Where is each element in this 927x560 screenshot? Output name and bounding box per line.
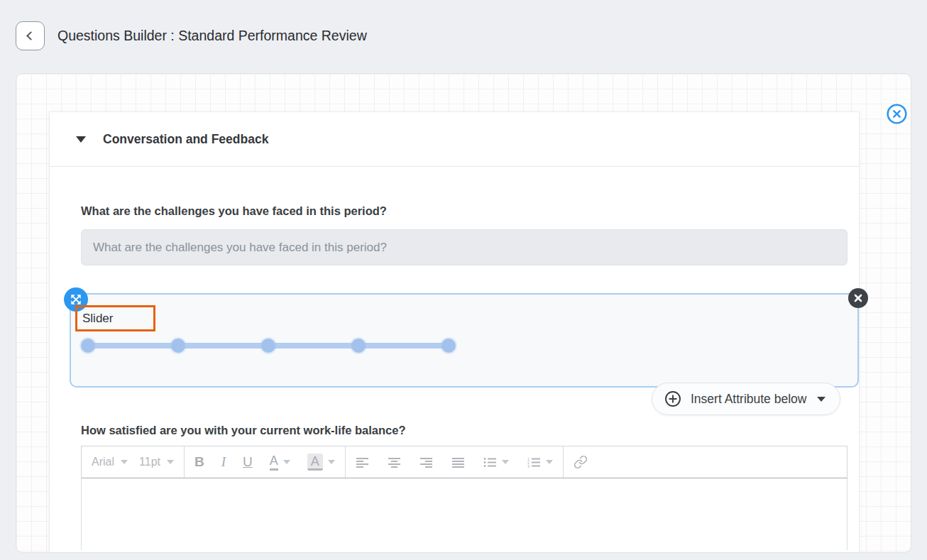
svg-text:3: 3 <box>527 464 530 468</box>
question-1: What are the challenges you have faced i… <box>81 204 828 265</box>
bold-button[interactable]: B <box>194 454 204 470</box>
align-center-button[interactable] <box>388 457 401 468</box>
link-button[interactable] <box>574 455 588 469</box>
builder-canvas: Conversation and Feedback What are the c… <box>16 73 911 553</box>
question-2: How satisfied are you with your current … <box>81 424 828 437</box>
insert-attribute-label: Insert Attribute below <box>691 392 806 407</box>
close-button[interactable] <box>887 104 907 124</box>
caret-down-icon <box>817 397 825 402</box>
close-circle-icon <box>887 104 907 124</box>
bullet-list-button[interactable] <box>483 457 497 468</box>
caret-down-icon <box>167 460 174 464</box>
slider-dot[interactable] <box>261 339 275 353</box>
slider-attribute-block[interactable]: Slider <box>70 293 859 388</box>
highlight-color-button[interactable]: A <box>307 454 323 471</box>
slider-dot[interactable] <box>171 339 185 353</box>
rich-text-editor: Arial 11pt B I U A <box>81 446 848 550</box>
caret-down-icon[interactable] <box>502 460 509 464</box>
caret-down-icon[interactable] <box>328 460 335 464</box>
font-family-select[interactable]: Arial <box>92 456 128 468</box>
editor-text-area[interactable] <box>81 478 848 550</box>
x-icon <box>854 294 862 302</box>
slider-label: Slider <box>82 312 113 326</box>
section-header[interactable]: Conversation and Feedback <box>50 112 859 167</box>
caret-down-icon[interactable] <box>283 460 290 464</box>
text-color-button[interactable]: A <box>270 454 278 471</box>
font-size-select[interactable]: 11pt <box>139 456 174 468</box>
justify-button[interactable] <box>451 457 465 468</box>
section-title: Conversation and Feedback <box>103 132 268 147</box>
align-left-button[interactable] <box>356 457 369 468</box>
slider-dot[interactable] <box>441 339 456 353</box>
question-1-label: What are the challenges you have faced i… <box>81 204 828 218</box>
caret-down-icon <box>121 460 128 464</box>
section-card: Conversation and Feedback What are the c… <box>49 111 860 553</box>
back-button[interactable] <box>16 21 45 50</box>
slider-label-selection[interactable]: Slider <box>75 305 155 331</box>
underline-button[interactable]: U <box>243 454 253 470</box>
insert-attribute-button[interactable]: Insert Attribute below <box>652 383 840 415</box>
move-arrows-icon <box>69 292 83 307</box>
italic-button[interactable]: I <box>221 454 226 470</box>
question-1-input[interactable] <box>81 229 848 265</box>
editor-toolbar: Arial 11pt B I U A <box>81 446 848 478</box>
caret-down-icon <box>76 136 86 143</box>
caret-down-icon[interactable] <box>546 460 553 464</box>
slider-dot[interactable] <box>81 339 95 353</box>
top-bar: Questions Builder : Standard Performance… <box>16 21 367 50</box>
question-2-label: How satisfied are you with your current … <box>81 424 828 437</box>
chevron-left-icon <box>26 31 35 40</box>
plus-circle-icon <box>664 390 681 407</box>
delete-attribute-button[interactable] <box>848 288 868 308</box>
align-right-button[interactable] <box>419 457 433 468</box>
slider-track[interactable] <box>82 343 454 348</box>
numbered-list-button[interactable]: 1 2 3 <box>527 457 541 468</box>
slider-dot[interactable] <box>351 339 366 353</box>
page-title: Questions Builder : Standard Performance… <box>57 28 367 44</box>
